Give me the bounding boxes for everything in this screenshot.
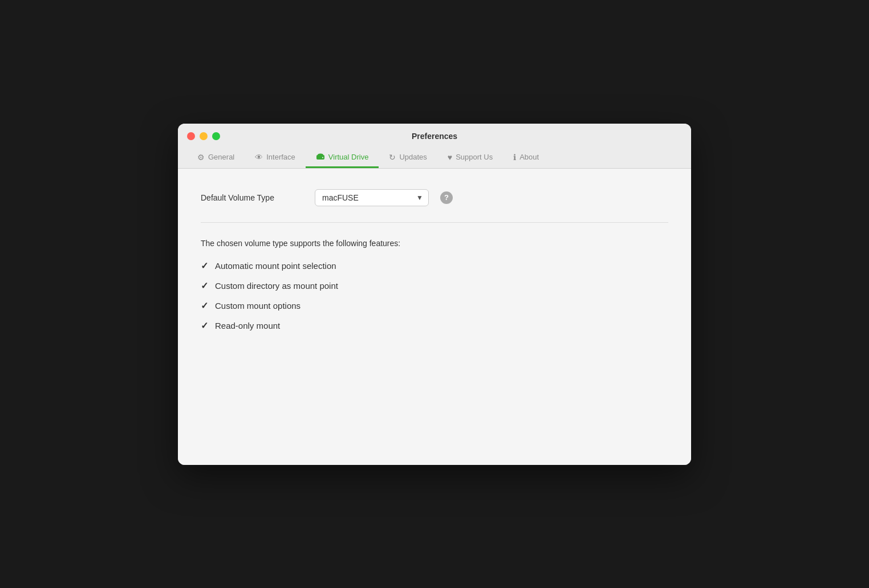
close-button[interactable] (187, 132, 195, 140)
volume-type-select[interactable]: macFUSE APFS HFS+ exFAT (315, 189, 429, 206)
feature-4-label: Read-only mount (215, 321, 280, 330)
features-description: The chosen volume type supports the foll… (201, 239, 668, 248)
help-button[interactable]: ? (440, 191, 453, 204)
maximize-button[interactable] (212, 132, 220, 140)
eye-icon: 👁 (255, 153, 263, 162)
checkmark-icon: ✓ (201, 260, 208, 271)
content-area: Default Volume Type macFUSE APFS HFS+ ex… (178, 169, 691, 465)
feature-1-label: Automatic mount point selection (215, 261, 336, 271)
list-item: ✓ Custom mount options (201, 300, 668, 311)
volume-type-select-wrapper: macFUSE APFS HFS+ exFAT ▼ (315, 189, 429, 206)
checkmark-icon: ✓ (201, 280, 208, 291)
list-item: ✓ Read-only mount (201, 320, 668, 331)
tab-about-label: About (519, 153, 539, 161)
section-divider (201, 222, 668, 223)
titlebar: Preferences ⚙ General 👁 Interface V (178, 124, 691, 169)
tab-updates-label: Updates (399, 153, 427, 161)
refresh-icon: ↻ (389, 153, 396, 162)
preferences-window: Preferences ⚙ General 👁 Interface V (178, 124, 691, 465)
feature-3-label: Custom mount options (215, 301, 301, 311)
window-title: Preferences (412, 132, 457, 141)
feature-list: ✓ Automatic mount point selection ✓ Cust… (201, 260, 668, 331)
info-icon: ℹ (513, 153, 516, 162)
minimize-button[interactable] (200, 132, 208, 140)
svg-point-2 (322, 157, 323, 158)
drive-icon (316, 152, 325, 162)
tab-interface[interactable]: 👁 Interface (245, 148, 306, 168)
list-item: ✓ Automatic mount point selection (201, 260, 668, 271)
checkmark-icon: ✓ (201, 300, 208, 311)
volume-type-label: Default Volume Type (201, 193, 303, 202)
tab-general-label: General (208, 153, 234, 161)
tab-virtual-drive[interactable]: Virtual Drive (306, 148, 379, 168)
checkmark-icon: ✓ (201, 320, 208, 331)
list-item: ✓ Custom directory as mount point (201, 280, 668, 291)
tab-bar: ⚙ General 👁 Interface Virtual Drive ↻ (187, 148, 682, 168)
tab-general[interactable]: ⚙ General (187, 148, 245, 168)
gear-icon: ⚙ (197, 153, 205, 162)
tab-support-us[interactable]: ♥ Support Us (437, 148, 503, 168)
window-controls (187, 132, 220, 140)
tab-updates[interactable]: ↻ Updates (379, 148, 437, 168)
svg-point-1 (318, 153, 323, 156)
volume-type-row: Default Volume Type macFUSE APFS HFS+ ex… (201, 189, 668, 206)
tab-interface-label: Interface (266, 153, 295, 161)
tab-support-us-label: Support Us (456, 153, 493, 161)
heart-icon: ♥ (448, 153, 452, 162)
tab-about[interactable]: ℹ About (503, 148, 549, 168)
feature-2-label: Custom directory as mount point (215, 281, 338, 291)
tab-virtual-drive-label: Virtual Drive (328, 153, 369, 161)
